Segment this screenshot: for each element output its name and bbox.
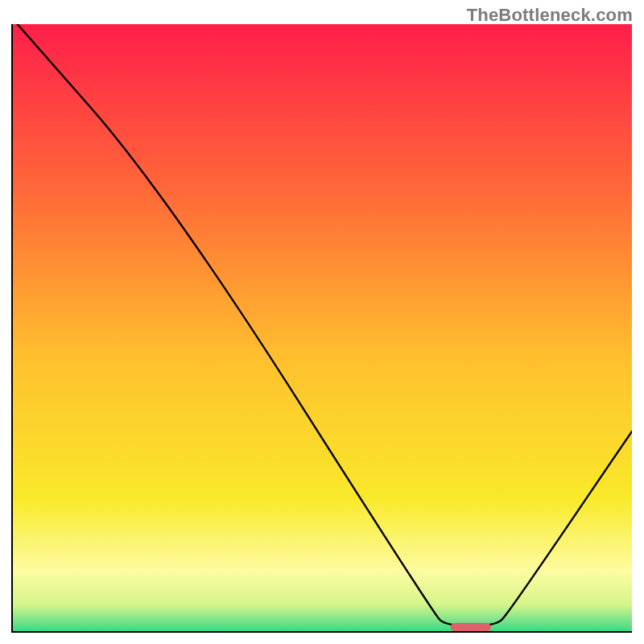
optimal-marker <box>451 623 491 632</box>
watermark-text: TheBottleneck.com <box>467 5 633 26</box>
gradient-background <box>12 24 632 632</box>
bottleneck-curve-chart <box>0 0 644 644</box>
chart-container: TheBottleneck.com <box>0 0 644 644</box>
